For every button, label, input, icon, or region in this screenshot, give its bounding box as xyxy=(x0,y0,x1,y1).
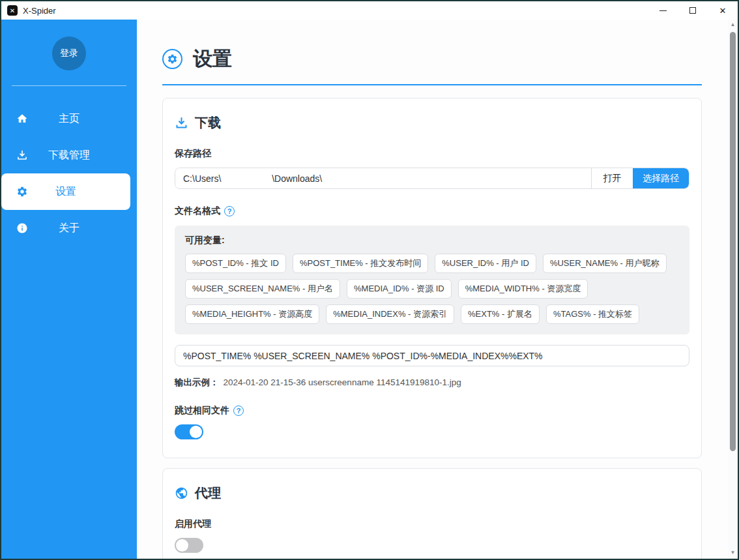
sidebar-item-downloads[interactable]: 下载管理 xyxy=(1,137,137,173)
maximize-button[interactable] xyxy=(678,1,708,20)
skip-same-toggle[interactable] xyxy=(175,424,203,439)
toggle-knob xyxy=(176,539,188,552)
header-divider xyxy=(162,84,702,85)
scrollbar[interactable]: ▲ ▼ xyxy=(728,20,738,559)
minimize-button[interactable] xyxy=(648,1,678,20)
download-section: 下载 保存路径 打开 选择路径 文件名格式 可用变量: %POST_ID% - … xyxy=(162,98,702,458)
proxy-section: 代理 启用代理 代理地址 xyxy=(162,468,702,559)
window-title: X-Spider xyxy=(23,6,56,16)
toggle-knob xyxy=(190,426,202,438)
variable-chip[interactable]: %USER_ID% - 用户 ID xyxy=(435,254,536,273)
scroll-up-icon[interactable]: ▲ xyxy=(728,22,738,28)
window-body: 登录 主页下载管理设置关于 设置 下载 xyxy=(1,20,738,559)
filename-format-input[interactable] xyxy=(175,345,689,366)
variable-chip[interactable]: %MEDIA_HEIGHT% - 资源高度 xyxy=(185,304,319,324)
login-button[interactable]: 登录 xyxy=(52,37,86,70)
page-title: 设置 xyxy=(193,46,232,72)
variable-chip[interactable]: %MEDIA_WIDTH% - 资源宽度 xyxy=(458,279,588,299)
proxy-section-title: 代理 xyxy=(175,484,689,502)
save-path-group: 打开 选择路径 xyxy=(175,168,689,189)
main-content: 设置 下载 保存路径 打开 选择路径 xyxy=(137,20,728,559)
info-icon xyxy=(16,222,28,234)
page-header: 设置 xyxy=(162,46,702,72)
close-icon: ✕ xyxy=(719,6,727,16)
download-icon xyxy=(16,149,28,161)
login-label: 登录 xyxy=(60,48,78,59)
variable-chip[interactable]: %POST_TIME% - 推文发布时间 xyxy=(293,254,428,273)
output-example: 输出示例：2024-01-20 21-15-36 userscreenname … xyxy=(175,377,689,389)
sidebar-divider xyxy=(12,85,126,86)
scrollbar-thumb[interactable] xyxy=(730,32,736,451)
variable-chip[interactable]: %TAGS% - 推文标签 xyxy=(546,304,639,324)
sidebar-item-about[interactable]: 关于 xyxy=(1,210,137,246)
title-bar: ✕ X-Spider ✕ xyxy=(1,1,738,20)
open-button[interactable]: 打开 xyxy=(591,168,633,188)
variable-chip[interactable]: %USER_NAME% - 用户昵称 xyxy=(543,254,667,273)
variable-chip[interactable]: %USER_SCREEN_NAME% - 用户名 xyxy=(185,279,340,299)
sidebar-item-home[interactable]: 主页 xyxy=(1,100,137,137)
save-path-label: 保存路径 xyxy=(175,148,689,160)
variables-label: 可用变量: xyxy=(185,235,679,246)
minimize-icon xyxy=(659,10,667,11)
close-button[interactable]: ✕ xyxy=(708,1,738,20)
sidebar: 登录 主页下载管理设置关于 xyxy=(1,20,137,559)
sidebar-item-settings[interactable]: 设置 xyxy=(1,173,130,210)
filename-format-label: 文件名格式 xyxy=(175,205,689,217)
variable-chip[interactable]: %POST_ID% - 推文 ID xyxy=(185,254,286,273)
variable-chips: %POST_ID% - 推文 ID%POST_TIME% - 推文发布时间%US… xyxy=(185,254,679,324)
variable-chip[interactable]: %EXT% - 扩展名 xyxy=(461,304,540,324)
home-icon xyxy=(16,113,28,125)
app-logo-icon: ✕ xyxy=(7,5,18,16)
sidebar-nav: 主页下载管理设置关于 xyxy=(1,100,137,246)
app-window: ✕ X-Spider ✕ 登录 主页下载管理设置关于 设置 xyxy=(0,0,739,560)
variable-chip[interactable]: %MEDIA_INDEX% - 资源索引 xyxy=(326,304,454,324)
choose-path-button[interactable]: 选择路径 xyxy=(633,168,689,188)
enable-proxy-label: 启用代理 xyxy=(175,518,689,530)
output-example-value: 2024-01-20 21-15-36 userscreenname 11451… xyxy=(224,377,461,387)
skip-same-label: 跳过相同文件 xyxy=(175,405,689,417)
scroll-down-icon[interactable]: ▼ xyxy=(728,550,738,556)
help-icon[interactable] xyxy=(233,405,244,416)
globe-icon xyxy=(175,486,188,500)
variable-chip[interactable]: %MEDIA_ID% - 资源 ID xyxy=(347,279,452,299)
help-icon[interactable] xyxy=(224,206,235,216)
window-controls: ✕ xyxy=(648,1,738,20)
download-section-title: 下载 xyxy=(175,114,689,132)
gear-icon xyxy=(16,186,28,198)
settings-circle-icon xyxy=(162,49,182,69)
save-path-input[interactable] xyxy=(175,168,591,188)
output-example-label: 输出示例： xyxy=(175,377,219,387)
maximize-icon xyxy=(689,7,696,14)
enable-proxy-toggle[interactable] xyxy=(175,538,203,553)
download-tray-icon xyxy=(175,116,188,130)
variables-panel: 可用变量: %POST_ID% - 推文 ID%POST_TIME% - 推文发… xyxy=(175,226,689,334)
